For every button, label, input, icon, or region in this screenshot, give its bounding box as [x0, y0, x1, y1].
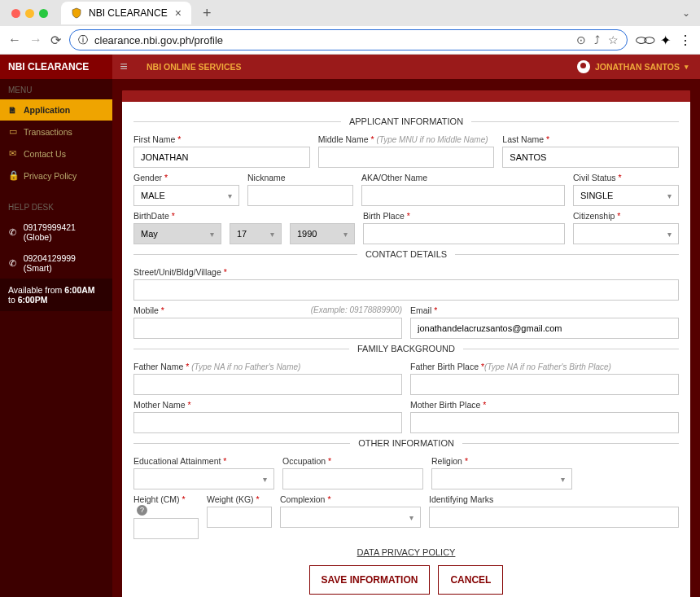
citizenship-label: Citizenship — [573, 211, 615, 221]
birthdate-label: BirthDate — [133, 211, 169, 221]
maximize-window-icon[interactable] — [39, 9, 48, 18]
helpdesk-phone-smart: ✆ 09204129999 (Smart) — [0, 248, 112, 279]
birth-month-select[interactable]: May — [133, 223, 221, 244]
civil-status-label: Civil Status — [573, 173, 616, 182]
weight-label: Weight (KG) — [207, 494, 254, 504]
gender-label: Gender — [133, 173, 162, 182]
new-tab-icon[interactable]: + — [198, 5, 217, 22]
height-input[interactable] — [133, 518, 199, 539]
section-contact: CONTACT DETAILS — [133, 249, 679, 259]
weight-input[interactable] — [207, 507, 272, 528]
sidebar-item-contact[interactable]: ✉ Contact Us — [0, 143, 112, 165]
section-applicant: APPLICANT INFORMATION — [133, 116, 679, 126]
close-window-icon[interactable] — [11, 9, 20, 18]
save-button[interactable]: SAVE INFORMATION — [309, 565, 431, 595]
sidebar: MENU 🗎 Application ▭ Transactions ✉ Cont… — [0, 79, 112, 597]
gender-select[interactable]: MALE — [133, 185, 239, 206]
father-name-label: Father Name — [133, 362, 183, 371]
cancel-button[interactable]: CANCEL — [438, 565, 503, 595]
main-area: APPLICANT INFORMATION First Name * Middl… — [112, 79, 700, 597]
header-services-link[interactable]: NBI ONLINE SERVICES — [135, 62, 242, 72]
browser-tab[interactable]: NBI CLEARANCE × — [61, 2, 191, 24]
user-name: JONATHAN SANTOS — [595, 62, 680, 72]
tabs-overflow-icon[interactable]: ⌄ — [682, 7, 690, 19]
aka-input[interactable] — [361, 185, 565, 206]
help-icon[interactable]: ? — [137, 505, 147, 516]
mother-name-input[interactable] — [133, 412, 402, 433]
phone-icon: ✆ — [8, 258, 17, 269]
incognito-mask-icon[interactable]: ⬭⬭ — [636, 33, 652, 47]
citizenship-select[interactable] — [573, 223, 679, 244]
sidebar-item-label: Contact Us — [24, 149, 66, 159]
sidebar-item-label: Application — [24, 105, 70, 115]
occupation-label: Occupation — [282, 456, 326, 466]
menu-toggle-icon[interactable]: ≡ — [112, 59, 135, 74]
birth-year-select[interactable]: 1990 — [290, 223, 355, 244]
nickname-label: Nickname — [247, 173, 353, 182]
first-name-label: First Name — [133, 134, 175, 144]
privacy-policy-link[interactable]: DATA PRIVACY POLICY — [133, 547, 679, 557]
extensions-icon[interactable]: ✦ — [660, 33, 671, 48]
accent-bar — [122, 90, 690, 102]
browser-chrome: NBI CLEARANCE × + ⌄ ← → ⟳ ⓘ clearance.nb… — [0, 0, 700, 55]
address-bar[interactable]: ⓘ clearance.nbi.gov.ph/profile ⊙ ⤴ ☆ — [69, 29, 628, 50]
last-name-input[interactable] — [502, 147, 679, 168]
first-name-input[interactable] — [133, 147, 310, 168]
complexion-select[interactable] — [280, 507, 421, 528]
card-icon: ▭ — [8, 126, 17, 137]
mac-window-dots — [7, 9, 48, 18]
brand-title: NBI CLEARANCE — [0, 55, 112, 79]
lock-icon: 🔒 — [8, 170, 17, 181]
section-other: OTHER INFORMATION — [133, 438, 679, 448]
birthplace-label: Birth Place — [363, 211, 405, 221]
search-lens-icon[interactable]: ⊙ — [576, 33, 586, 46]
birthplace-input[interactable] — [363, 223, 565, 244]
father-bp-label: Father Birth Place — [410, 362, 479, 371]
religion-select[interactable] — [431, 468, 572, 489]
education-select[interactable] — [133, 468, 274, 489]
father-bp-input[interactable] — [410, 374, 679, 395]
sidebar-item-privacy[interactable]: 🔒 Privacy Policy — [0, 165, 112, 187]
religion-label: Religion — [431, 456, 462, 466]
last-name-label: Last Name — [502, 134, 544, 144]
bookmark-star-icon[interactable]: ☆ — [608, 33, 619, 46]
sidebar-item-application[interactable]: 🗎 Application — [0, 99, 112, 121]
nickname-input[interactable] — [247, 185, 353, 206]
url-text: clearance.nbi.gov.ph/profile — [94, 34, 570, 46]
forward-icon[interactable]: → — [29, 33, 42, 47]
email-input[interactable] — [410, 318, 679, 339]
mother-name-label: Mother Name — [133, 400, 186, 410]
sidebar-item-label: Transactions — [24, 127, 72, 137]
document-icon: 🗎 — [8, 105, 17, 115]
availability-note: Available from 6:00AM to 6:00PM — [0, 279, 112, 311]
phone-number: 09204129999 (Smart) — [24, 253, 104, 273]
reload-icon[interactable]: ⟳ — [50, 33, 61, 48]
civil-status-select[interactable]: SINGLE — [573, 185, 679, 206]
chevron-down-icon: ▾ — [685, 63, 689, 71]
mother-bp-input[interactable] — [410, 412, 679, 433]
mobile-input[interactable] — [133, 318, 402, 339]
mobile-hint: (Example: 09178889900) — [311, 305, 402, 314]
middle-name-input[interactable] — [318, 147, 495, 168]
occupation-input[interactable] — [282, 468, 423, 489]
browser-menu-icon[interactable]: ⋮ — [679, 33, 692, 48]
menu-heading: MENU — [0, 79, 112, 99]
site-info-icon[interactable]: ⓘ — [78, 33, 88, 47]
close-tab-icon[interactable]: × — [175, 7, 182, 20]
back-icon[interactable]: ← — [8, 33, 21, 47]
minimize-window-icon[interactable] — [25, 9, 34, 18]
middle-name-label: Middle Name — [318, 134, 369, 144]
sidebar-item-transactions[interactable]: ▭ Transactions — [0, 121, 112, 143]
helpdesk-phone-globe: ✆ 09179999421 (Globe) — [0, 217, 112, 248]
marks-input[interactable] — [429, 507, 679, 528]
birth-day-select[interactable]: 17 — [230, 223, 282, 244]
user-menu[interactable]: JONATHAN SANTOS ▾ — [577, 60, 700, 73]
share-icon[interactable]: ⤴ — [594, 33, 600, 46]
street-input[interactable] — [133, 279, 679, 301]
edu-label: Educational Attainment — [133, 456, 221, 466]
aka-label: AKA/Other Name — [361, 173, 565, 182]
helpdesk-heading: HELP DESK — [0, 187, 112, 217]
father-name-input[interactable] — [133, 374, 402, 395]
father-bp-hint: (Type NA if no Father's Birth Place) — [484, 362, 611, 371]
mobile-label: Mobile — [133, 305, 159, 315]
